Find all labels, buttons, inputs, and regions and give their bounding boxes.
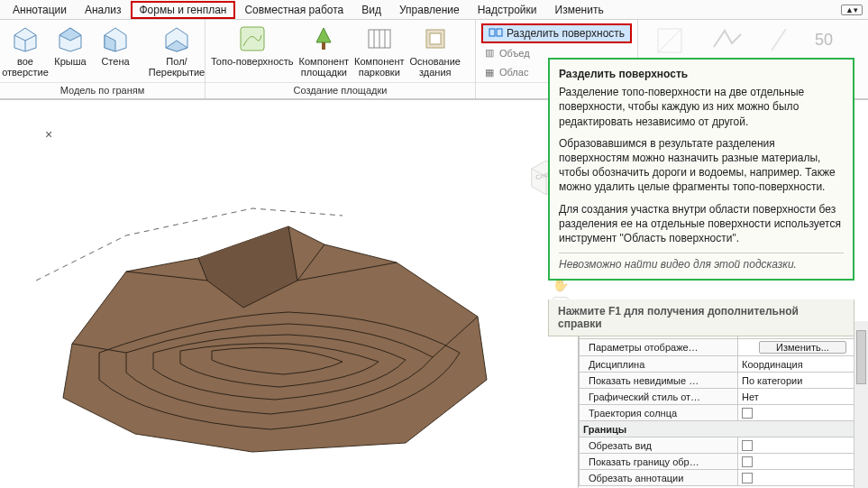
tooltip-paragraph: Для создания участка внутри области пове… bbox=[559, 202, 844, 246]
split-icon bbox=[489, 25, 503, 42]
split-surface-button[interactable]: Разделить поверхность bbox=[481, 23, 632, 43]
prop-value[interactable]: Нет bbox=[738, 389, 868, 405]
svg-marker-11 bbox=[316, 28, 331, 42]
region-icon: ▦ bbox=[481, 67, 498, 78]
menu-forms-siteplan[interactable]: Формы и генплан bbox=[131, 1, 236, 19]
prop-key: Обрезать вид bbox=[580, 437, 738, 454]
prop-group-header[interactable]: Границы bbox=[580, 421, 868, 437]
menu-bar: Аннотации Анализ Формы и генплан Совмест… bbox=[0, 0, 868, 20]
svg-rect-18 bbox=[430, 33, 441, 44]
svg-line-22 bbox=[772, 29, 786, 51]
tooltip-no-video: Невозможно найти видео для этой подсказк… bbox=[559, 253, 844, 272]
menu-analysis[interactable]: Анализ bbox=[76, 1, 131, 19]
ribbon-label: Основание здания bbox=[410, 56, 461, 78]
prop-row[interactable]: Траектория солнца bbox=[580, 405, 868, 421]
roof-icon bbox=[55, 23, 86, 54]
properties-scrollbar[interactable] bbox=[854, 321, 868, 488]
prop-key: Графический стиль от… bbox=[580, 389, 738, 405]
menu-view[interactable]: Вид bbox=[352, 1, 390, 19]
prop-row[interactable]: Графический стиль от…Нет bbox=[580, 389, 868, 405]
prop-key: Показать границу обр… bbox=[580, 454, 738, 470]
ghost-tool-icon bbox=[654, 25, 685, 56]
prop-edit-button[interactable]: Изменить... bbox=[738, 339, 868, 356]
menu-collaborate[interactable]: Совместная работа bbox=[235, 1, 352, 19]
properties-table: Переопределения вид…Изменить... Параметр… bbox=[579, 321, 868, 486]
menu-modify[interactable]: Изменить bbox=[546, 1, 613, 19]
menu-manage[interactable]: Управление bbox=[390, 1, 469, 19]
menu-overflow-icon[interactable]: ▲▾ bbox=[841, 5, 863, 15]
ribbon-btn-sitecomponent[interactable]: Компонент площадки bbox=[299, 23, 349, 78]
prop-key: Показать невидимые … bbox=[580, 373, 738, 389]
svg-rect-20 bbox=[497, 29, 502, 36]
svg-rect-19 bbox=[489, 29, 495, 36]
ghost-number: 50 bbox=[815, 31, 833, 50]
ribbon-btn-buildingpad[interactable]: Основание здания bbox=[410, 23, 461, 78]
close-view-icon[interactable]: × bbox=[45, 127, 52, 142]
ghost-curve-icon bbox=[712, 25, 743, 56]
prop-value[interactable]: Координация bbox=[738, 356, 868, 373]
floor-icon bbox=[161, 23, 192, 54]
ribbon-label: Компонент площадки bbox=[299, 56, 349, 78]
prop-checkbox[interactable] bbox=[738, 405, 868, 421]
small-label: Объед bbox=[499, 48, 530, 59]
ribbon-btn-opening[interactable]: вое отверстие bbox=[5, 23, 45, 78]
prop-row[interactable]: Обрезать вид bbox=[580, 437, 868, 454]
tooltip-title: Разделить поверхность bbox=[559, 67, 844, 81]
cube-icon bbox=[10, 23, 41, 54]
ribbon-group-label: Модель по граням bbox=[0, 82, 205, 98]
tooltip-split-surface: Разделить поверхность Разделение топо-по… bbox=[548, 58, 854, 281]
ribbon-btn-floor[interactable]: Пол/Перекрытие bbox=[141, 23, 213, 78]
prop-key: Траектория солнца bbox=[580, 405, 738, 421]
ghost-line-icon bbox=[770, 25, 788, 56]
prop-value[interactable]: По категории bbox=[738, 373, 868, 389]
prop-row[interactable]: Показать невидимые …По категории bbox=[580, 373, 868, 389]
ribbon-btn-toposurface[interactable]: Топо-поверхность bbox=[211, 23, 294, 67]
scrollbar-thumb[interactable] bbox=[856, 330, 866, 384]
prop-row[interactable]: ДисциплинаКоординация bbox=[580, 356, 868, 373]
terrain-surface[interactable] bbox=[18, 172, 523, 461]
tooltip-paragraph: Разделение топо-поверхности на две отдел… bbox=[559, 85, 844, 129]
ribbon-btn-parking[interactable]: Компонент парковки bbox=[354, 23, 404, 78]
tree-icon bbox=[308, 23, 339, 54]
ribbon-label: Топо-поверхность bbox=[211, 56, 294, 67]
svg-rect-12 bbox=[322, 42, 325, 50]
wall-icon bbox=[100, 23, 131, 54]
prop-checkbox[interactable] bbox=[738, 437, 868, 454]
ribbon-btn-wall[interactable]: Стена bbox=[96, 23, 135, 67]
ribbon-group-model: вое отверстие Крыша Стена Пол/Перекрытие… bbox=[0, 20, 206, 98]
ribbon-group-label: Создание площадки bbox=[206, 82, 475, 98]
ribbon-btn-roof[interactable]: Крыша bbox=[50, 23, 90, 67]
tooltip-f1-hint: Нажмите F1 для получения дополнительной … bbox=[548, 299, 854, 336]
prop-key: Параметры отображе… bbox=[580, 339, 738, 356]
prop-checkbox[interactable] bbox=[738, 470, 868, 486]
pad-icon bbox=[420, 23, 451, 54]
split-surface-label: Разделить поверхность bbox=[507, 27, 625, 40]
ribbon-label: Пол/Перекрытие bbox=[141, 56, 213, 78]
menu-annotations[interactable]: Аннотации bbox=[4, 1, 76, 19]
menu-addins[interactable]: Надстройки bbox=[469, 1, 546, 19]
ribbon-label: Компонент парковки bbox=[354, 56, 404, 78]
ribbon-group-site: Топо-поверхность Компонент площадки Комп… bbox=[206, 20, 476, 98]
prop-checkbox[interactable] bbox=[738, 454, 868, 470]
tooltip-paragraph: Образовавшимся в результате разделения п… bbox=[559, 136, 844, 195]
properties-panel: Переопределения вид…Изменить... Параметр… bbox=[578, 321, 868, 488]
prop-row[interactable]: Показать границу обр… bbox=[580, 454, 868, 470]
small-label: Облас bbox=[499, 67, 528, 78]
prop-key: Дисциплина bbox=[580, 356, 738, 373]
prop-key: Обрезать аннотации bbox=[580, 470, 738, 486]
merge-icon: ▥ bbox=[481, 47, 498, 59]
prop-row[interactable]: Параметры отображе…Изменить... bbox=[580, 339, 868, 356]
parking-icon bbox=[364, 23, 395, 54]
ribbon-label: Крыша bbox=[54, 56, 86, 67]
ribbon-label: вое отверстие bbox=[2, 56, 49, 78]
ribbon-label: Стена bbox=[101, 56, 129, 67]
topo-icon bbox=[237, 23, 268, 54]
prop-row[interactable]: Обрезать аннотации bbox=[580, 470, 868, 486]
